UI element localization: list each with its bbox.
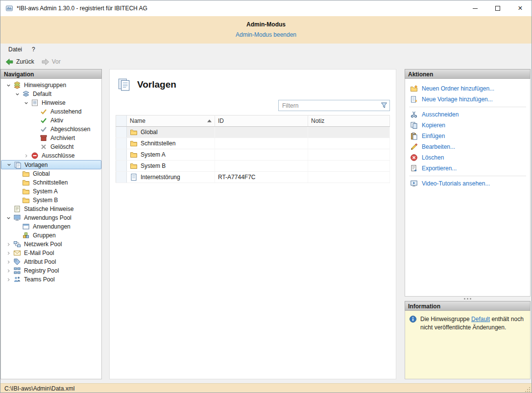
chevron-right-icon[interactable] bbox=[23, 152, 29, 159]
tree-item-label: Statische Hinweise bbox=[23, 206, 75, 212]
close-icon: × bbox=[518, 4, 522, 13]
navigation-pane: Navigation Hinweisgruppen Default bbox=[0, 69, 102, 379]
table-row-global[interactable]: Global bbox=[116, 127, 390, 138]
tree-item-label: Anwendungen bbox=[31, 223, 72, 230]
tree-item-label: Schnittstellen bbox=[31, 179, 69, 186]
folder-icon bbox=[130, 162, 138, 170]
column-header-notiz[interactable]: Notiz bbox=[308, 116, 390, 127]
chevron-down-icon[interactable] bbox=[23, 99, 29, 106]
action-ausschneiden[interactable]: Ausschneiden bbox=[405, 109, 530, 120]
action-neuen-ordner-hinzuf-gen[interactable]: Neuen Ordner hinzufügen... bbox=[405, 83, 530, 94]
chevron-down-icon[interactable] bbox=[5, 82, 12, 89]
row-selector bbox=[116, 149, 127, 161]
paste-icon bbox=[410, 132, 418, 140]
chevron-right-icon[interactable] bbox=[5, 258, 12, 265]
chevron-right-icon[interactable] bbox=[5, 267, 12, 274]
minimize-button[interactable] bbox=[464, 0, 486, 16]
tree-item-ausschl-sse[interactable]: Ausschlüsse bbox=[1, 151, 101, 160]
tree-item-abgeschlossen[interactable]: Abgeschlossen bbox=[1, 125, 101, 134]
tree-item-attribut-pool[interactable]: Attribut Pool bbox=[1, 257, 101, 266]
column-header-id[interactable]: ID bbox=[215, 116, 308, 127]
tree-item-label: Anwendungs Pool bbox=[23, 214, 73, 221]
table-row-system-a[interactable]: System A bbox=[116, 149, 390, 161]
action-neue-vorlage-hinzuf-gen[interactable]: Neue Vorlage hinzufügen... bbox=[405, 94, 530, 105]
static-hints-icon bbox=[13, 205, 21, 213]
deleted-icon bbox=[40, 143, 48, 151]
chevron-right-icon[interactable] bbox=[5, 241, 12, 248]
tree-item-archiviert[interactable]: Archiviert bbox=[1, 134, 101, 142]
teams-pool-icon bbox=[13, 276, 21, 283]
back-button[interactable]: Zurück bbox=[3, 57, 39, 67]
tree-item-gruppen[interactable]: Gruppen bbox=[1, 231, 101, 240]
sort-asc-icon bbox=[207, 119, 212, 122]
tree-item-gel-scht[interactable]: Gelöscht bbox=[1, 142, 101, 151]
tree-item-label: System B bbox=[31, 197, 59, 204]
admin-mode-exit-link[interactable]: Admin-Modus beenden bbox=[236, 31, 296, 38]
menu-item[interactable]: Datei bbox=[3, 45, 27, 54]
tree-item-anwendungs-pool[interactable]: Anwendungs Pool bbox=[1, 213, 101, 222]
action-exportieren[interactable]: Exportieren... bbox=[405, 163, 530, 174]
tree-item-netzwerk-pool[interactable]: Netzwerk Pool bbox=[1, 240, 101, 249]
arrow-back-icon bbox=[5, 58, 14, 66]
table-row-schnittstellen[interactable]: Schnittstellen bbox=[116, 138, 390, 149]
tree-item-aktiv[interactable]: Aktiv bbox=[1, 116, 101, 125]
action-label: Exportieren... bbox=[422, 165, 457, 172]
app-window: *IBI-aws Admin 1.30.0 - registriert für … bbox=[0, 0, 532, 393]
column-header-name[interactable]: Name bbox=[127, 116, 215, 127]
minimize-icon bbox=[473, 8, 478, 9]
selector-column-header[interactable] bbox=[116, 116, 127, 127]
tree-item-global[interactable]: Global bbox=[1, 169, 101, 178]
maximize-button[interactable] bbox=[486, 0, 509, 16]
tree-item-system-b[interactable]: System B bbox=[1, 196, 101, 205]
cell-name-text: System A bbox=[141, 151, 166, 158]
tree-item-ausstehend[interactable]: Ausstehend bbox=[1, 107, 101, 116]
hint-groups-icon bbox=[13, 81, 21, 89]
action-video-tutorials-ansehen[interactable]: Video-Tutorials ansehen... bbox=[405, 178, 530, 189]
cell-name-text: System B bbox=[141, 162, 166, 169]
twisty-spacer bbox=[31, 135, 38, 141]
tree-item-anwendungen[interactable]: Anwendungen bbox=[1, 222, 101, 231]
filter-input[interactable] bbox=[278, 100, 390, 111]
table-row-system-b[interactable]: System B bbox=[116, 161, 390, 172]
check-active-icon bbox=[40, 116, 48, 124]
tree-item-teams-pool[interactable]: Teams Pool bbox=[1, 275, 101, 284]
main-area: Navigation Hinweisgruppen Default bbox=[0, 68, 532, 383]
cell-notiz bbox=[308, 149, 390, 161]
templates-icon bbox=[117, 77, 131, 92]
tree-item-statische-hinweise[interactable]: Statische Hinweise bbox=[1, 205, 101, 213]
resize-grip-icon[interactable] bbox=[525, 387, 531, 393]
action-bearbeiten[interactable]: Bearbeiten... bbox=[405, 141, 530, 152]
chevron-down-icon[interactable] bbox=[5, 214, 12, 221]
information-text: Die Hinweisgruppe Default enthält noch n… bbox=[420, 315, 526, 332]
tree-item-registry-pool[interactable]: Registry Pool bbox=[1, 266, 101, 275]
chevron-down-icon[interactable] bbox=[14, 91, 21, 97]
chevron-right-icon[interactable] bbox=[5, 250, 12, 256]
folder-icon bbox=[130, 139, 138, 147]
copy-icon bbox=[410, 121, 418, 129]
forward-button[interactable]: Vor bbox=[39, 57, 66, 67]
menu-item[interactable]: ? bbox=[27, 45, 40, 54]
tree-item-label: Hinweisgruppen bbox=[23, 82, 68, 89]
twisty-spacer bbox=[5, 206, 12, 212]
panel-splitter[interactable] bbox=[405, 297, 531, 301]
tree-item-schnittstellen[interactable]: Schnittstellen bbox=[1, 178, 101, 187]
tree-item-hinweisgruppen[interactable]: Hinweisgruppen bbox=[1, 81, 101, 90]
tree-item-system-a[interactable]: System A bbox=[1, 187, 101, 196]
close-button[interactable]: × bbox=[509, 0, 532, 16]
twisty-spacer bbox=[31, 143, 38, 150]
tree-item-hinweise[interactable]: Hinweise bbox=[1, 98, 101, 107]
tree-item-vorlagen[interactable]: Vorlagen bbox=[1, 160, 101, 169]
twisty-spacer bbox=[14, 179, 21, 186]
filter-icon[interactable] bbox=[380, 101, 388, 109]
chevron-right-icon[interactable] bbox=[5, 276, 12, 283]
action-kopieren[interactable]: Kopieren bbox=[405, 120, 530, 131]
default-group-link[interactable]: Default bbox=[471, 316, 490, 323]
action-einf-gen[interactable]: Einfügen bbox=[405, 131, 530, 141]
action-l-schen[interactable]: Löschen bbox=[405, 152, 530, 163]
tree-item-e-mail-pool[interactable]: E-Mail Pool bbox=[1, 249, 101, 257]
row-selector bbox=[116, 138, 127, 149]
chevron-down-icon[interactable] bbox=[5, 162, 12, 168]
table-row-internetst-rung[interactable]: Internetstörung RT-A7744F7C bbox=[116, 172, 390, 183]
attribute-pool-icon bbox=[13, 258, 21, 266]
tree-item-default[interactable]: Default bbox=[1, 90, 101, 98]
